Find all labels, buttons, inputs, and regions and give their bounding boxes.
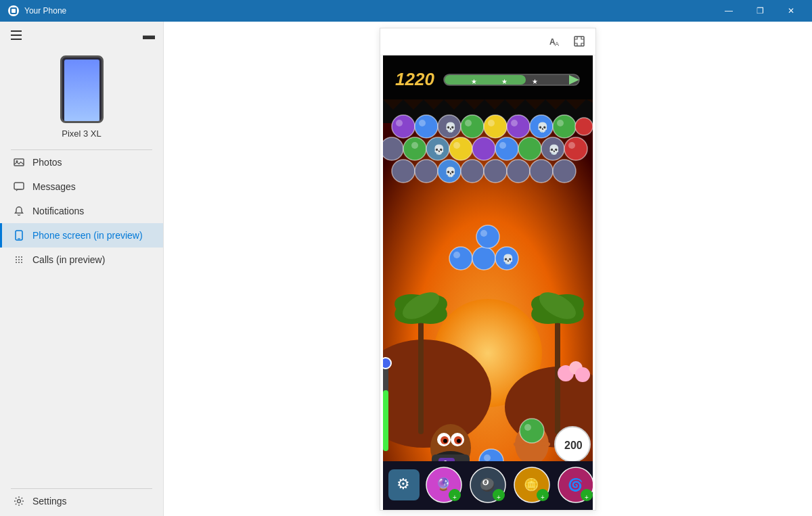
svg-text:🪙: 🪙 xyxy=(524,477,539,492)
hamburger-menu[interactable] xyxy=(8,28,24,43)
titlebar-left: Your Phone xyxy=(8,5,66,16)
svg-point-45 xyxy=(557,120,564,126)
photos-label: Photos xyxy=(32,157,62,168)
svg-rect-138 xyxy=(383,390,388,451)
sidebar-item-phone-screen[interactable]: Phone screen (in preview) xyxy=(0,223,163,248)
window-controls: — ❐ ✕ xyxy=(713,0,807,22)
sidebar-item-notifications[interactable]: Notifications xyxy=(0,199,163,223)
svg-text:★: ★ xyxy=(532,78,538,85)
battery-icon: ▬ xyxy=(143,28,155,43)
svg-point-63 xyxy=(415,160,438,183)
photos-icon xyxy=(14,157,24,168)
svg-text:💀: 💀 xyxy=(445,166,457,178)
svg-text:★: ★ xyxy=(501,78,508,85)
messages-icon xyxy=(14,181,24,192)
svg-point-41 xyxy=(511,120,518,126)
maximize-button[interactable]: ❐ xyxy=(744,0,775,22)
svg-text:1220: 1220 xyxy=(395,69,434,89)
calls-label: Calls (in preview) xyxy=(32,254,105,265)
svg-point-8 xyxy=(18,256,20,258)
svg-point-10 xyxy=(16,259,17,260)
svg-text:💀: 💀 xyxy=(445,122,457,133)
svg-point-46 xyxy=(575,118,593,135)
app-title: Your Phone xyxy=(24,6,66,16)
svg-point-36 xyxy=(461,115,484,138)
svg-point-108 xyxy=(520,419,544,443)
svg-rect-25 xyxy=(445,75,526,85)
svg-point-30 xyxy=(392,115,415,138)
notifications-icon xyxy=(14,206,24,216)
svg-point-38 xyxy=(484,115,507,138)
main-area: A A xyxy=(164,22,812,516)
sidebar-item-calls[interactable]: Calls (in preview) xyxy=(0,248,163,272)
svg-text:+: + xyxy=(453,494,457,501)
messages-label: Messages xyxy=(32,181,76,192)
settings-icon xyxy=(14,496,24,507)
svg-rect-1 xyxy=(12,9,16,13)
svg-point-57 xyxy=(518,137,541,160)
minimize-button[interactable]: — xyxy=(713,0,744,22)
svg-point-95 xyxy=(457,439,461,443)
svg-rect-19 xyxy=(574,37,584,46)
phone-screen-icon xyxy=(14,230,24,241)
app-icon xyxy=(8,5,19,16)
svg-point-37 xyxy=(465,120,472,126)
svg-point-60 xyxy=(564,137,587,160)
svg-point-77 xyxy=(480,230,487,237)
svg-point-16 xyxy=(18,500,21,503)
svg-point-70 xyxy=(553,160,576,183)
svg-text:⚙: ⚙ xyxy=(397,475,410,492)
svg-text:🎱: 🎱 xyxy=(480,477,495,492)
svg-point-15 xyxy=(21,262,22,263)
sidebar-item-messages[interactable]: Messages xyxy=(0,174,163,199)
svg-text:+: + xyxy=(541,494,545,501)
game-screen[interactable]: 1220 ★ ★ ★ xyxy=(383,55,593,510)
notifications-label: Notifications xyxy=(32,206,84,216)
svg-point-76 xyxy=(476,225,499,248)
fullscreen-button[interactable] xyxy=(570,32,589,51)
sidebar-item-photos[interactable]: Photos xyxy=(0,150,163,174)
svg-point-62 xyxy=(392,160,415,183)
svg-point-56 xyxy=(499,142,506,149)
svg-point-73 xyxy=(472,247,495,270)
svg-point-68 xyxy=(507,160,530,183)
svg-rect-2 xyxy=(14,159,24,166)
svg-point-52 xyxy=(449,137,472,160)
svg-point-14 xyxy=(18,262,20,263)
svg-text:💀: 💀 xyxy=(433,144,445,156)
svg-point-9 xyxy=(21,256,22,258)
settings-label: Settings xyxy=(32,496,67,507)
svg-point-61 xyxy=(568,142,575,149)
svg-point-71 xyxy=(449,247,472,270)
svg-point-33 xyxy=(419,120,426,126)
svg-text:+: + xyxy=(497,494,501,501)
svg-text:💀: 💀 xyxy=(537,122,549,133)
close-button[interactable]: ✕ xyxy=(775,0,807,22)
app-body: ▬ Pixel 3 XL Photos xyxy=(0,22,812,516)
svg-point-44 xyxy=(553,115,576,138)
panel-header: A A xyxy=(380,28,595,55)
font-size-button[interactable]: A A xyxy=(545,32,564,51)
svg-point-66 xyxy=(461,160,484,183)
svg-rect-4 xyxy=(14,183,24,189)
svg-point-69 xyxy=(530,160,553,183)
svg-point-67 xyxy=(484,160,507,183)
svg-text:★: ★ xyxy=(471,78,477,85)
svg-point-7 xyxy=(16,256,17,258)
svg-point-53 xyxy=(453,142,460,149)
phone-screen-label: Phone screen (in preview) xyxy=(32,230,143,241)
svg-point-72 xyxy=(453,252,460,258)
calls-icon xyxy=(14,254,24,265)
svg-point-13 xyxy=(16,262,17,263)
svg-text:A: A xyxy=(555,41,559,47)
svg-point-117 xyxy=(575,367,590,382)
phone-device-screen xyxy=(64,60,99,121)
sidebar-item-settings[interactable]: Settings xyxy=(0,489,163,513)
svg-text:🔮: 🔮 xyxy=(436,477,451,492)
sidebar: ▬ Pixel 3 XL Photos xyxy=(0,22,164,516)
phone-preview: Pixel 3 XL xyxy=(0,49,163,149)
svg-point-55 xyxy=(495,137,518,160)
svg-rect-81 xyxy=(418,312,424,434)
svg-point-11 xyxy=(18,259,20,260)
svg-text:💀: 💀 xyxy=(548,144,560,156)
